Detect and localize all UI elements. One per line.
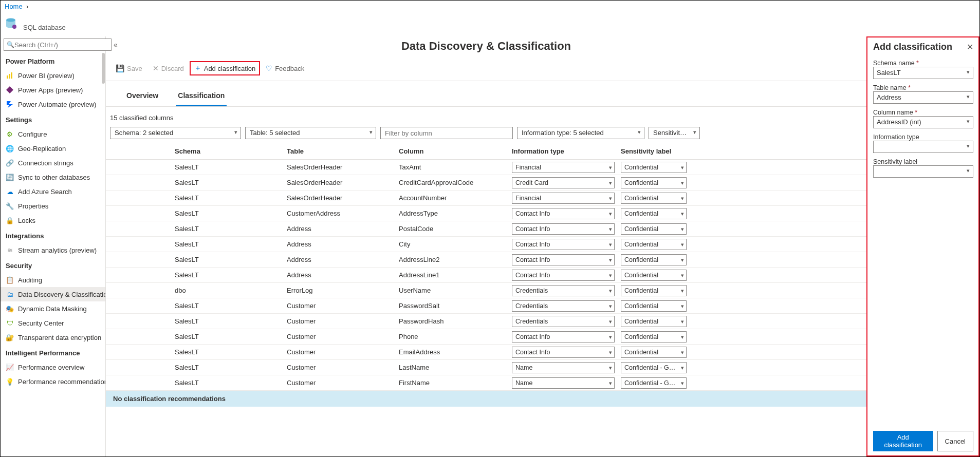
sensitivity-dropdown[interactable]: Confidential [621, 316, 687, 327]
tab-overview[interactable]: Overview [124, 88, 160, 106]
sidebar-item-icon: 🗂 [6, 290, 14, 298]
panel-cancel-button[interactable]: Cancel [937, 431, 973, 451]
cell-column: LastName [396, 361, 509, 373]
info-type-dropdown[interactable]: Contact Info [512, 208, 615, 219]
sidebar-item-label: Power Apps (preview) [18, 86, 83, 94]
sidebar-item[interactable]: Power Automate (preview) [1, 97, 105, 111]
table-row: SalesLTSalesOrderHeaderAccountNumberFina… [106, 191, 866, 206]
sidebar-item[interactable]: 🔧Properties [1, 199, 105, 213]
sensitivity-dropdown[interactable]: Confidential - GDPR [621, 377, 687, 389]
col-column[interactable]: Column [396, 143, 509, 159]
save-button[interactable]: 💾 Save [111, 62, 147, 75]
panel-add-button[interactable]: Add classification [873, 431, 933, 451]
recommendations-bar[interactable]: No classification recommendations [106, 391, 866, 407]
sidebar-item-label: Transparent data encryption [18, 334, 101, 341]
sidebar-item[interactable]: ☁Add Azure Search [1, 184, 105, 199]
info-type-dropdown[interactable]: Contact Info [512, 347, 615, 358]
sidebar-item[interactable]: Power BI (preview) [1, 68, 105, 83]
add-classification-button[interactable]: ＋ Add classification [190, 61, 260, 75]
info-type-dropdown[interactable]: Contact Info [512, 223, 615, 235]
info-type-dropdown[interactable]: Name [512, 377, 615, 389]
sensitivity-dropdown[interactable]: Confidential [621, 347, 687, 358]
tab-classification[interactable]: Classification [176, 88, 227, 106]
info-type-dropdown[interactable]: Financial [512, 162, 615, 173]
sidebar-item[interactable]: 💡Performance recommendations [1, 374, 105, 389]
sidebar-item-label: Connection strings [18, 159, 73, 167]
classified-count: 15 classified columns [106, 107, 866, 127]
cell-table: Customer [284, 377, 396, 389]
info-type-dropdown[interactable]: Credentials [512, 285, 615, 296]
close-panel-button[interactable]: ✕ [967, 42, 973, 52]
info-type-dropdown[interactable]: Contact Info [512, 270, 615, 281]
breadcrumb-home[interactable]: Home [5, 3, 23, 10]
breadcrumb: Home › [1, 1, 979, 12]
sidebar-item-icon: ⚙ [6, 130, 14, 138]
cell-column: City [396, 238, 509, 250]
sensitivity-dropdown[interactable]: Confidential [621, 208, 687, 219]
sensitivity-label-select[interactable] [873, 165, 973, 178]
col-table[interactable]: Table [284, 143, 396, 159]
column-name-select[interactable]: AddressID (int) [873, 116, 973, 128]
sensitivity-dropdown[interactable]: Confidential [621, 331, 687, 342]
sidebar-item[interactable]: Power Apps (preview) [1, 83, 105, 97]
info-type-dropdown[interactable]: Financial [512, 193, 615, 204]
sidebar-item[interactable]: 🛡Security Center [1, 316, 105, 330]
sidebar-item[interactable]: 🔄Sync to other databases [1, 170, 105, 184]
add-classification-panel: Add classification ✕ Schema name * Sales… [866, 36, 979, 456]
col-sens[interactable]: Sensitivity label [618, 143, 690, 159]
sensitivity-dropdown[interactable]: Confidential [621, 177, 687, 188]
cell-table: Customer [284, 315, 396, 327]
info-type-dropdown[interactable]: Contact Info [512, 254, 615, 265]
sensitivity-dropdown[interactable]: Confidential [621, 254, 687, 265]
sensitivity-dropdown[interactable]: Confidential [621, 223, 687, 235]
cell-schema: SalesLT [172, 238, 284, 250]
col-info[interactable]: Information type [509, 143, 618, 159]
sensitivity-dropdown[interactable]: Confidential [621, 239, 687, 250]
sidebar-item[interactable]: 🗂Data Discovery & Classification [1, 287, 105, 301]
sensitivity-dropdown[interactable]: Confidential [621, 162, 687, 173]
sensitivity-dropdown[interactable]: Confidential [621, 270, 687, 281]
table-filter[interactable]: Table: 5 selected [245, 127, 376, 139]
table-name-select[interactable]: Address [873, 91, 973, 104]
sensitivity-filter[interactable]: Sensitivity label [649, 127, 700, 139]
main-content: Data Discovery & Classification 💾 Save ✕… [106, 36, 866, 456]
col-schema[interactable]: Schema [172, 143, 284, 159]
schema-name-select[interactable]: SalesLT [873, 67, 973, 79]
sidebar-item[interactable]: 🌐Geo-Replication [1, 141, 105, 156]
info-type-select[interactable] [873, 141, 973, 153]
info-type-dropdown[interactable]: Credentials [512, 300, 615, 312]
sidebar-item[interactable]: 🔐Transparent data encryption [1, 330, 105, 345]
collapse-sidebar-button[interactable]: « [114, 41, 118, 49]
sidebar-item-label: Sync to other databases [18, 174, 90, 181]
sensitivity-dropdown[interactable]: Confidential - GDPR [621, 362, 687, 373]
cell-table: CustomerAddress [284, 207, 396, 219]
sidebar-item[interactable]: ≋Stream analytics (preview) [1, 243, 105, 257]
cell-table: Address [284, 238, 396, 250]
schema-filter[interactable]: Schema: 2 selected [110, 127, 241, 139]
info-type-dropdown[interactable]: Contact Info [512, 331, 615, 342]
sidebar-search-input[interactable] [4, 39, 112, 51]
sidebar-item-label: Data Discovery & Classification [18, 291, 105, 298]
sidebar-item[interactable]: 📈Performance overview [1, 360, 105, 374]
info-type-dropdown[interactable]: Contact Info [512, 239, 615, 250]
sidebar-item[interactable]: 🔗Connection strings [1, 156, 105, 170]
sidebar-item[interactable]: ⚙Configure [1, 127, 105, 141]
sidebar-item-label: Configure [18, 130, 47, 138]
info-type-dropdown[interactable]: Name [512, 362, 615, 373]
column-filter-input[interactable] [380, 127, 513, 139]
sensitivity-dropdown[interactable]: Confidential [621, 285, 687, 296]
sensitivity-dropdown[interactable]: Confidential [621, 300, 687, 312]
sensitivity-dropdown[interactable]: Confidential [621, 193, 687, 204]
info-type-filter[interactable]: Information type: 5 selected [517, 127, 644, 139]
cell-column: Phone [396, 331, 509, 342]
sidebar-item[interactable]: 🔒Locks [1, 213, 105, 227]
cell-table: Address [284, 269, 396, 281]
feedback-button[interactable]: ♡ Feedback [261, 62, 309, 75]
scrollbar-thumb[interactable] [102, 53, 105, 84]
info-type-dropdown[interactable]: Credentials [512, 316, 615, 327]
sidebar-item[interactable]: 🎭Dynamic Data Masking [1, 301, 105, 316]
table-row: SalesLTAddressPostalCodeContact InfoConf… [106, 221, 866, 237]
discard-button[interactable]: ✕ Discard [148, 62, 189, 75]
sidebar-item[interactable]: 📋Auditing [1, 273, 105, 287]
info-type-dropdown[interactable]: Credit Card [512, 177, 615, 188]
